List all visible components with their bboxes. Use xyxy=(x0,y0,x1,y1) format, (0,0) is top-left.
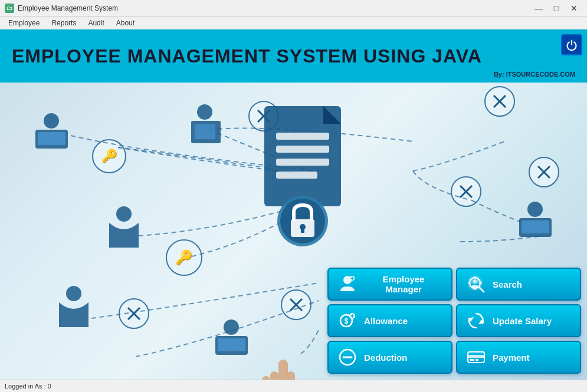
person-node-2 xyxy=(183,103,227,150)
menu-bar: Employee Reports Audit About xyxy=(0,17,587,29)
person-node-5 xyxy=(53,286,94,333)
svg-rect-43 xyxy=(276,133,329,140)
svg-rect-44 xyxy=(276,146,329,153)
x-node-5 xyxy=(118,298,150,332)
search-button[interactable]: Search xyxy=(456,268,581,301)
header-subtitle: By: ITSOURCECODE.COM xyxy=(494,71,575,78)
svg-rect-46 xyxy=(276,172,317,179)
svg-point-64 xyxy=(473,279,477,283)
payment-icon xyxy=(465,347,487,368)
window-titlebar: 🗂 Employee Management System — □ ✕ xyxy=(0,0,587,17)
deduction-label: Deduction xyxy=(364,353,407,363)
update-salary-button[interactable]: Update Salary xyxy=(456,304,581,337)
svg-rect-76 xyxy=(470,359,474,361)
main-content: .dline { stroke: #2a6a9a; stroke-width: … xyxy=(0,29,587,391)
status-bar: Logged in As : 0 xyxy=(0,380,587,391)
svg-rect-75 xyxy=(468,355,484,358)
menu-audit[interactable]: Audit xyxy=(82,18,110,28)
power-icon xyxy=(566,39,578,51)
menu-employee[interactable]: Employee xyxy=(2,18,45,28)
svg-rect-45 xyxy=(276,159,329,166)
deduction-icon xyxy=(337,347,358,368)
svg-rect-32 xyxy=(218,338,245,351)
employee-manager-icon xyxy=(337,274,358,295)
svg-rect-51 xyxy=(301,227,304,233)
window-title-left: 🗂 Employee Management System xyxy=(5,4,118,13)
buttons-container: Employee Manager xyxy=(327,268,581,374)
svg-rect-2 xyxy=(38,132,65,145)
header-title: EMPLOYEE MANAGEMENT SYSTEM USING JAVA xyxy=(12,45,482,67)
search-icon xyxy=(465,274,487,295)
close-button[interactable]: ✕ xyxy=(566,2,582,15)
svg-text:🔑: 🔑 xyxy=(175,249,193,266)
person-node-3 xyxy=(513,200,558,248)
key-node-2: 🔑 xyxy=(165,239,204,279)
update-salary-label: Update Salary xyxy=(493,316,552,326)
key-node-1: 🔑 xyxy=(91,139,127,176)
app-icon: 🗂 xyxy=(5,4,14,13)
svg-rect-7 xyxy=(195,124,215,139)
power-button[interactable] xyxy=(561,34,582,55)
svg-point-0 xyxy=(44,113,59,129)
svg-text:$: $ xyxy=(345,317,349,325)
deduction-button[interactable]: Deduction xyxy=(327,341,452,374)
window-controls: — □ ✕ xyxy=(530,2,582,15)
x-node-3 xyxy=(528,156,560,191)
window-title: Employee Management System xyxy=(18,4,118,12)
maximize-button[interactable]: □ xyxy=(548,2,565,15)
svg-text:🔑: 🔑 xyxy=(101,148,118,164)
update-salary-icon xyxy=(465,310,487,331)
person-node-6 xyxy=(209,318,254,365)
x-node-4 xyxy=(450,176,483,210)
allowance-icon: $ xyxy=(337,310,358,331)
header-banner: EMPLOYEE MANAGEMENT SYSTEM USING JAVA By… xyxy=(0,29,587,83)
lock-icon-overlay xyxy=(276,195,329,248)
allowance-label: Allowance xyxy=(364,316,408,326)
svg-point-29 xyxy=(66,286,81,301)
menu-about[interactable]: About xyxy=(110,18,140,28)
person-node-1 xyxy=(29,112,74,159)
svg-point-30 xyxy=(224,319,239,335)
minimize-button[interactable]: — xyxy=(530,2,547,15)
menu-reports[interactable]: Reports xyxy=(45,18,82,28)
svg-point-23 xyxy=(116,206,132,222)
employee-manager-button[interactable]: Employee Manager xyxy=(327,268,452,301)
status-text: Logged in As : 0 xyxy=(5,383,51,390)
x-node-6 xyxy=(280,289,313,324)
svg-rect-16 xyxy=(522,220,549,233)
svg-rect-77 xyxy=(475,359,478,361)
svg-point-14 xyxy=(527,202,543,217)
payment-button[interactable]: Payment xyxy=(456,341,581,374)
payment-label: Payment xyxy=(493,353,530,363)
person-node-4 xyxy=(103,206,145,253)
svg-point-5 xyxy=(197,104,212,120)
allowance-button[interactable]: $ Allowance xyxy=(327,304,452,337)
search-label: Search xyxy=(493,279,522,289)
employee-manager-label: Employee Manager xyxy=(364,274,443,294)
x-node-2 xyxy=(484,85,516,120)
